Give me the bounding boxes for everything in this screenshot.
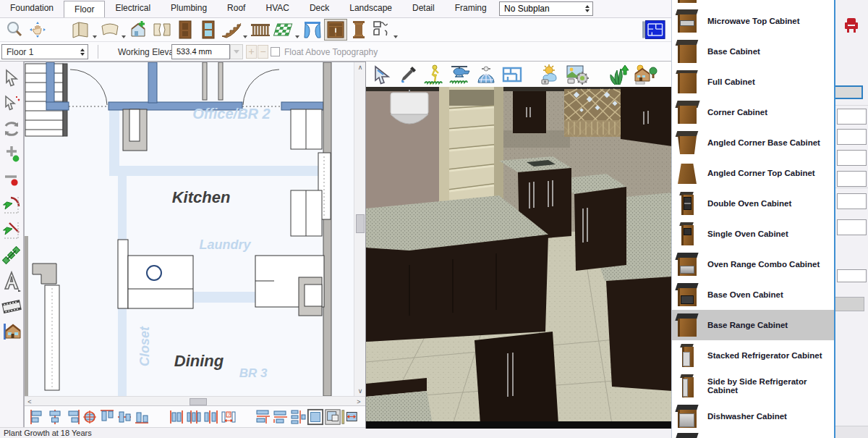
- tab-deck[interactable]: Deck: [299, 0, 339, 17]
- column-tool-button[interactable]: [347, 19, 370, 41]
- add-node-button[interactable]: [1, 142, 22, 166]
- countertop-button[interactable]: [307, 408, 324, 426]
- stairs-tool-button[interactable]: [220, 19, 243, 41]
- plan-overlay-button[interactable]: [499, 63, 525, 86]
- dimension-chain-button[interactable]: [1, 243, 22, 267]
- vertical-scroll-thumb[interactable]: [356, 214, 365, 233]
- tab-framing[interactable]: Framing: [445, 0, 497, 17]
- subplan-select[interactable]: No Subplan: [499, 1, 593, 16]
- tab-floor[interactable]: Floor: [64, 1, 105, 17]
- list-item[interactable]: Angled Corner Top Cabinet: [672, 158, 834, 188]
- rotate-button[interactable]: [1, 117, 22, 140]
- wall-tool-button[interactable]: [69, 19, 93, 41]
- render-settings-button[interactable]: [564, 63, 590, 86]
- railing-tool-button[interactable]: [249, 19, 272, 41]
- scroll-left-arrow[interactable]: <: [25, 397, 35, 405]
- horizontal-scroll-thumb[interactable]: [190, 398, 207, 405]
- panel-button[interactable]: [835, 297, 864, 311]
- stack-button[interactable]: [289, 408, 307, 426]
- flyover-button[interactable]: [447, 63, 473, 86]
- space-equally-button-2[interactable]: [185, 408, 203, 426]
- panel-input[interactable]: [837, 193, 867, 209]
- float-above-topography-checkbox[interactable]: [271, 47, 280, 56]
- shape-tools-button[interactable]: [370, 19, 393, 41]
- environment-settings-button[interactable]: [538, 63, 564, 86]
- soffit-button[interactable]: [324, 408, 341, 426]
- panel-input[interactable]: [837, 150, 867, 166]
- plan-horizontal-scrollbar[interactable]: < >: [25, 396, 365, 405]
- tab-hvac[interactable]: HVAC: [255, 0, 299, 17]
- tab-roof[interactable]: Roof: [217, 0, 255, 17]
- 3d-scene[interactable]: [366, 87, 672, 429]
- cabinet-tool-button[interactable]: [324, 19, 347, 41]
- list-item[interactable]: Double Oven Cabinet: [672, 188, 834, 219]
- orbit-view-button[interactable]: [473, 63, 499, 86]
- panel-input[interactable]: [837, 129, 867, 145]
- list-item[interactable]: Base Range Cabinet: [672, 310, 834, 340]
- list-item[interactable]: Stacked Refrigerator Cabinet: [672, 340, 834, 371]
- plan-view-button[interactable]: [642, 19, 665, 41]
- tab-detail[interactable]: Detail: [402, 0, 445, 17]
- scroll-right-arrow[interactable]: >: [354, 397, 364, 405]
- list-item[interactable]: Oven Range Combo Cabinet: [672, 249, 834, 279]
- select-special-button[interactable]: [1, 91, 22, 115]
- space-equally-button-3[interactable]: [203, 408, 220, 426]
- tab-foundation[interactable]: Foundation: [0, 0, 64, 17]
- align-right-button[interactable]: [64, 408, 81, 426]
- elevation-decrease-button[interactable]: −: [258, 45, 268, 59]
- floor-material-button[interactable]: [272, 19, 295, 41]
- panel-input[interactable]: [837, 109, 867, 125]
- align-top-button[interactable]: [98, 408, 116, 426]
- align-bottom-button[interactable]: [133, 408, 150, 426]
- eyedropper-button[interactable]: [395, 63, 421, 86]
- site-view-button[interactable]: [632, 63, 658, 86]
- elevation-view-button[interactable]: [1, 319, 22, 343]
- tab-electrical[interactable]: Electrical: [105, 0, 161, 17]
- walkthrough-button[interactable]: [421, 63, 447, 86]
- break-wall-button[interactable]: [150, 19, 174, 41]
- curved-wall-tool-button[interactable]: [98, 19, 122, 41]
- align-middle-button[interactable]: [116, 408, 133, 426]
- list-item[interactable]: Base Oven Cabinet: [672, 279, 834, 310]
- select-button[interactable]: [1, 66, 22, 90]
- scroll-down-arrow[interactable]: ∨: [354, 386, 365, 396]
- align-left-button[interactable]: [29, 408, 46, 426]
- space-equally-button-1[interactable]: [168, 408, 185, 426]
- same-width-button[interactable]: [255, 408, 272, 426]
- opening-tool-button[interactable]: [301, 19, 324, 41]
- window-tool-button[interactable]: [197, 19, 220, 41]
- 3d-select-button[interactable]: [369, 63, 395, 86]
- tab-landscape[interactable]: Landscape: [339, 0, 402, 17]
- plan-vertical-scrollbar[interactable]: ∧ ∨: [354, 62, 365, 396]
- subplan-spinner[interactable]: [582, 2, 592, 15]
- panel-input[interactable]: [837, 269, 867, 282]
- walkthrough-record-button[interactable]: [1, 294, 22, 318]
- list-item[interactable]: Dishwasher Cabinet: [672, 401, 834, 431]
- floor-select[interactable]: Floor 1: [1, 44, 88, 59]
- panel-input[interactable]: [837, 219, 867, 235]
- scroll-up-arrow[interactable]: ∧: [354, 62, 365, 72]
- list-item[interactable]: Full Cabinet: [672, 67, 834, 97]
- chamfer-button[interactable]: [1, 218, 22, 242]
- split-button[interactable]: [1, 167, 22, 191]
- chair-icon[interactable]: [843, 17, 859, 33]
- tab-plumbing[interactable]: Plumbing: [161, 0, 217, 17]
- door-tool-button[interactable]: [174, 19, 197, 41]
- align-center-button[interactable]: [46, 408, 64, 426]
- list-item[interactable]: Corner Cabinet: [672, 97, 834, 127]
- center-on-point-button[interactable]: [81, 408, 98, 426]
- elevation-increase-button[interactable]: +: [246, 45, 257, 59]
- working-elevation-input[interactable]: 533.4 mm: [171, 44, 230, 59]
- plant-growth-button[interactable]: [606, 63, 632, 86]
- text-tool-button[interactable]: [1, 269, 22, 292]
- floor-select-spinner[interactable]: [77, 45, 88, 59]
- panel-button[interactable]: [835, 85, 863, 99]
- working-elevation-dropdown[interactable]: [230, 44, 243, 59]
- list-item[interactable]: Single Oven Cabinet: [672, 219, 834, 249]
- fillet-button[interactable]: [1, 193, 22, 216]
- pan-button[interactable]: [26, 19, 49, 41]
- list-item[interactable]: Angled Corner Base Cabinet: [672, 127, 834, 158]
- zoom-button[interactable]: [3, 19, 26, 41]
- same-height-button[interactable]: [272, 408, 289, 426]
- list-item[interactable]: Side by Side Refrigerator Cabinet: [672, 371, 834, 401]
